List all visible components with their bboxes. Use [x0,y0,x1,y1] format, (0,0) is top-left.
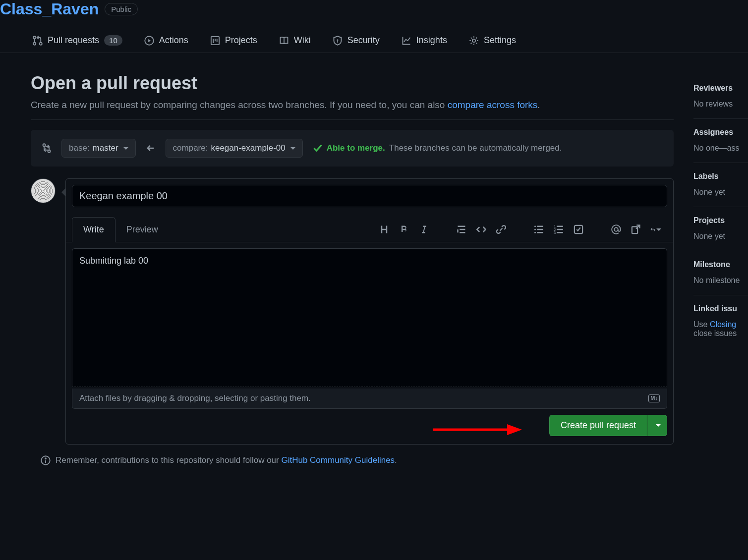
sidebar-value: No milestone [693,276,748,285]
graph-icon [402,36,411,46]
markdown-toolbar: 123 [379,224,667,235]
svg-point-10 [534,229,536,230]
sidebar-title: Reviewers [693,84,748,93]
ordered-list-icon[interactable]: 123 [553,224,564,235]
code-icon[interactable] [476,224,487,235]
tab-label: Projects [225,35,257,46]
sidebar-value: None yet [693,188,748,197]
tab-settings[interactable]: Settings [460,28,525,53]
sidebar-value: No reviews [693,100,748,109]
svg-point-2 [40,42,42,45]
sidebar-value: Use Closing [693,320,748,329]
project-icon [210,36,220,46]
guidelines-link[interactable]: GitHub Community Guidelines [281,455,395,465]
compare-branch-select[interactable]: compare: keegan-example-00 [166,139,303,158]
check-icon [313,143,323,153]
reply-icon[interactable] [650,224,661,235]
compare-name: keegan-example-00 [211,143,285,153]
caret-down-icon [656,424,661,427]
tab-label: Wiki [294,35,311,46]
base-name: master [93,143,118,153]
footer-text: . [395,455,397,465]
branch-compare-bar: base: master compare: keegan-example-00 … [31,130,674,167]
tab-projects[interactable]: Projects [201,28,266,53]
merge-desc-text: These branches can be automatically merg… [389,143,562,153]
arrow-left-icon [146,143,156,153]
svg-point-27 [45,458,46,459]
tab-label: Settings [484,35,516,46]
svg-point-1 [33,42,36,45]
tab-security[interactable]: Security [324,28,389,53]
attach-dropzone[interactable]: Attach files by dragging & dropping, sel… [72,389,667,409]
info-icon [41,455,51,465]
svg-rect-13 [537,229,543,230]
sidebar-title: Labels [693,172,748,181]
svg-point-9 [534,225,536,227]
svg-rect-12 [537,226,543,227]
svg-point-8 [48,150,51,153]
page-subtitle: Create a new pull request by comparing c… [31,100,674,120]
sidebar-projects[interactable]: Projects None yet [693,207,748,251]
tab-count: 10 [104,35,122,46]
comment-box: Write Preview 123 [65,178,674,445]
tab-insights[interactable]: Insights [393,28,456,53]
merge-ok-text: Able to merge. [327,143,385,153]
sidebar-title: Projects [693,216,748,225]
pr-body-textarea[interactable] [72,248,667,387]
sidebar-title: Linked issu [693,304,748,313]
shield-icon [333,36,343,46]
book-icon [279,36,289,46]
merge-status: Able to merge. These branches can be aut… [313,143,562,153]
preview-tab[interactable]: Preview [115,218,169,242]
create-pr-dropdown[interactable] [647,415,667,436]
unordered-list-icon[interactable] [533,224,544,235]
sidebar-milestone[interactable]: Milestone No milestone [693,251,748,295]
tab-pull-requests[interactable]: Pull requests 10 [24,28,131,53]
caret-down-icon [123,147,128,150]
play-circle-icon [144,36,154,46]
sidebar-linked-issues[interactable]: Linked issu Use Closing close issues [693,295,748,348]
quote-icon[interactable] [456,224,467,235]
svg-point-22 [614,227,618,231]
subtitle-text: Create a new pull request by comparing c… [31,100,448,110]
heading-icon[interactable] [379,224,390,235]
sidebar-reviewers[interactable]: Reviewers No reviews [693,75,748,119]
svg-marker-25 [507,424,522,435]
markdown-badge-icon[interactable]: M↓ [648,394,660,402]
svg-point-7 [43,144,46,146]
italic-icon[interactable] [418,224,429,235]
sidebar-value: None yet [693,232,748,241]
guidelines-footer: Remember, contributions to this reposito… [31,455,674,465]
svg-point-5 [337,40,338,40]
bold-icon[interactable] [399,224,409,235]
link-icon[interactable] [496,224,507,235]
svg-point-0 [33,36,36,39]
tasklist-icon[interactable] [573,224,584,235]
compare-label: compare: [173,143,208,153]
mention-icon[interactable] [611,224,622,235]
create-pull-request-button[interactable]: Create pull request [549,415,647,436]
page-title: Open a pull request [31,73,674,94]
write-tab[interactable]: Write [72,217,115,242]
pr-title-input[interactable] [72,185,667,207]
tab-label: Pull requests [48,35,99,46]
gear-icon [469,36,479,46]
repo-name-link[interactable]: Class_Raven [0,0,99,18]
svg-point-11 [534,232,536,233]
compare-forks-link[interactable]: compare across forks [448,100,538,110]
visibility-badge: Public [105,3,138,15]
svg-text:3: 3 [554,230,556,234]
base-label: base: [69,143,90,153]
tab-label: Insights [416,35,447,46]
sidebar-assignees[interactable]: Assignees No one—ass [693,119,748,163]
cross-reference-icon[interactable] [631,224,641,235]
sidebar-labels[interactable]: Labels None yet [693,163,748,207]
tab-label: Security [347,35,380,46]
user-avatar[interactable] [31,178,56,203]
base-branch-select[interactable]: base: master [61,139,136,158]
tab-label: Actions [159,35,188,46]
closing-keywords-link[interactable]: Closing [710,320,736,329]
tab-wiki[interactable]: Wiki [270,28,320,53]
tab-actions[interactable]: Actions [135,28,197,53]
svg-rect-18 [557,226,563,227]
